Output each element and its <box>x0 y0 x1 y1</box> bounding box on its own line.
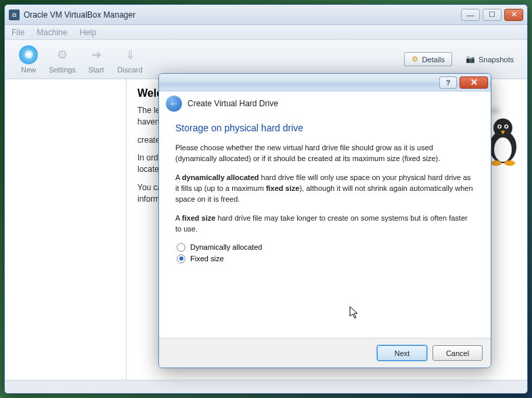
camera-icon: 📷 <box>466 55 475 64</box>
menu-help[interactable]: Help <box>80 28 97 37</box>
window-controls: — ☐ ✕ <box>461 9 523 21</box>
dialog-help-button[interactable]: ? <box>439 76 457 89</box>
details-label: Details <box>422 56 445 64</box>
radio-fixed-label: Fixed size <box>190 255 224 263</box>
toolbar-discard[interactable]: ⇓ Discard <box>113 45 147 74</box>
dialog-header-title: Create Virtual Hard Drive <box>187 99 278 108</box>
statusbar <box>5 380 527 393</box>
toolbar-start-label: Start <box>88 66 104 74</box>
radio-icon <box>177 243 185 252</box>
svg-point-6 <box>506 126 508 128</box>
dialog-titlebar: ? ✕ <box>159 74 491 91</box>
next-button[interactable]: Next <box>377 345 427 361</box>
close-button[interactable]: ✕ <box>504 9 523 21</box>
svg-point-1 <box>494 137 512 162</box>
gear-icon: ⚙ <box>53 45 72 64</box>
radio-fixed[interactable]: Fixed size <box>177 255 474 263</box>
gear-small-icon: ⚙ <box>412 55 418 64</box>
svg-point-8 <box>491 160 502 166</box>
dialog-para2: A dynamically allocated hard drive file … <box>175 173 474 205</box>
svg-point-9 <box>504 160 515 166</box>
snapshots-label: Snapshots <box>479 56 514 64</box>
toolbar-discard-label: Discard <box>117 66 142 74</box>
radio-checked-icon <box>177 255 185 263</box>
dialog-body: Storage on physical hard drive Please ch… <box>159 116 491 338</box>
toolbar-start[interactable]: ➔ Start <box>79 45 113 74</box>
dialog-header: ← Create Virtual Hard Drive <box>159 91 491 116</box>
arrow-right-icon: ➔ <box>87 45 106 64</box>
cancel-button[interactable]: Cancel <box>433 345 483 361</box>
dialog-footer: Next Cancel <box>159 338 491 368</box>
details-button[interactable]: ⚙ Details <box>404 52 452 66</box>
vm-list-sidebar[interactable] <box>5 79 127 380</box>
main-titlebar: ⧈ Oracle VM VirtualBox Manager — ☐ ✕ <box>5 5 527 25</box>
menu-machine[interactable]: Machine <box>37 28 67 37</box>
create-hard-drive-dialog: ? ✕ ← Create Virtual Hard Drive Storage … <box>158 73 491 368</box>
toolbar-new[interactable]: ✺ New <box>12 45 45 74</box>
window-title: Oracle VM VirtualBox Manager <box>24 10 135 20</box>
radio-dynamic[interactable]: Dynamically allocated <box>177 243 474 252</box>
dialog-para1: Please choose whether the new virtual ha… <box>175 143 474 164</box>
menu-file[interactable]: File <box>12 28 24 37</box>
dialog-heading: Storage on physical hard drive <box>175 123 474 133</box>
svg-point-5 <box>499 126 501 128</box>
minimize-button[interactable]: — <box>461 9 480 21</box>
back-arrow-icon[interactable]: ← <box>166 95 182 112</box>
toolbar-new-label: New <box>21 66 36 74</box>
dialog-para3: A fixed size hard drive file may take lo… <box>175 213 474 235</box>
menubar: File Machine Help <box>5 25 527 40</box>
sun-icon: ✺ <box>19 45 38 64</box>
toolbar-settings[interactable]: ⚙ Settings <box>45 45 79 74</box>
maximize-button[interactable]: ☐ <box>483 9 502 21</box>
radio-dynamic-label: Dynamically allocated <box>190 243 262 251</box>
arrow-down-icon: ⇓ <box>120 45 139 64</box>
snapshots-button[interactable]: 📷 Snapshots <box>459 53 520 66</box>
dialog-close-button[interactable]: ✕ <box>460 76 488 89</box>
app-icon: ⧈ <box>9 9 20 20</box>
toolbar-settings-label: Settings <box>49 66 76 74</box>
